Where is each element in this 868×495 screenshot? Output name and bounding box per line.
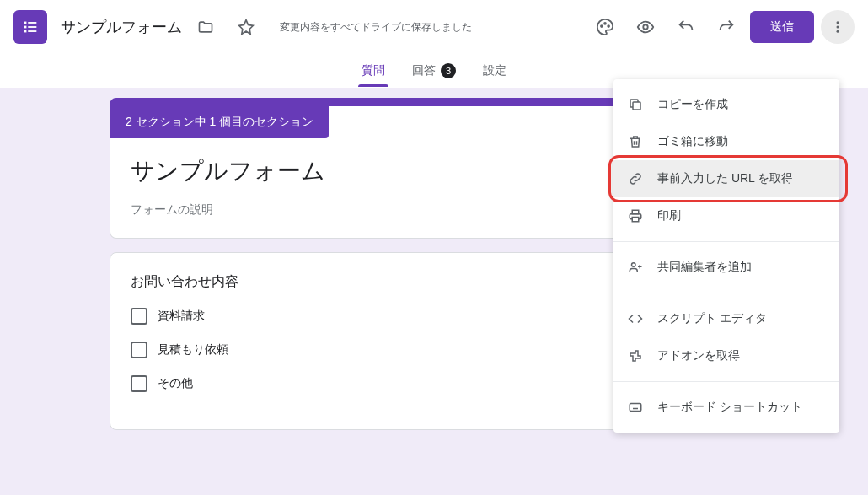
menu-divider: [613, 241, 839, 242]
star-icon[interactable]: [229, 10, 263, 44]
menu-item-copy[interactable]: コピーを作成: [613, 86, 839, 123]
svg-rect-4: [24, 30, 27, 33]
folder-icon[interactable]: [189, 10, 222, 44]
svg-rect-17: [630, 404, 641, 412]
menu-item-addons[interactable]: アドオンを取得: [613, 337, 839, 374]
svg-point-9: [643, 24, 648, 30]
link-icon: [627, 170, 644, 187]
svg-point-7: [604, 23, 606, 24]
menu-item-trash[interactable]: ゴミ箱に移動: [613, 123, 839, 160]
svg-point-10: [837, 21, 839, 24]
svg-rect-15: [632, 218, 639, 222]
svg-rect-5: [28, 30, 36, 32]
checkbox-icon: [131, 342, 147, 358]
svg-point-8: [608, 25, 609, 27]
checkbox-icon: [131, 375, 147, 392]
menu-item-print[interactable]: 印刷: [613, 197, 839, 234]
keyboard-icon: [627, 399, 644, 416]
menu-label: キーボード ショートカット: [657, 400, 802, 415]
group-add-icon: [627, 259, 644, 276]
copy-icon: [627, 96, 644, 113]
menu-label: アドオンを取得: [657, 348, 740, 363]
svg-point-12: [837, 30, 839, 33]
section-banner: 2 セクション中 1 個目のセクション: [110, 106, 329, 138]
checkbox-label: 資料請求: [158, 309, 205, 324]
addon-icon: [627, 347, 644, 364]
save-status: 変更内容をすべてドライブに保存しました: [280, 19, 472, 35]
menu-label: スクリプト エディタ: [657, 311, 767, 326]
menu-label: 事前入力した URL を取得: [657, 171, 793, 186]
send-button[interactable]: 送信: [750, 11, 814, 43]
menu-item-keyboard-shortcuts[interactable]: キーボード ショートカット: [613, 389, 839, 426]
print-icon: [627, 207, 644, 224]
svg-rect-2: [24, 26, 27, 29]
palette-icon[interactable]: [588, 10, 622, 44]
responses-count-badge: 3: [441, 63, 456, 78]
svg-point-6: [601, 25, 603, 27]
svg-rect-3: [28, 26, 36, 28]
tab-responses[interactable]: 回答 3: [409, 54, 459, 87]
tab-responses-label: 回答: [412, 63, 436, 78]
menu-item-script-editor[interactable]: スクリプト エディタ: [613, 300, 839, 337]
trash-icon: [627, 133, 644, 150]
svg-point-11: [837, 26, 839, 29]
menu-divider: [613, 381, 839, 382]
more-options-menu: コピーを作成 ゴミ箱に移動 事前入力した URL を取得 印刷 共同編集者を追加…: [613, 79, 839, 433]
code-icon: [627, 310, 644, 327]
redo-icon[interactable]: [710, 10, 743, 44]
checkbox-label: 見積もり依頼: [158, 342, 228, 358]
undo-icon[interactable]: [669, 10, 703, 44]
forms-logo-icon[interactable]: [13, 10, 47, 44]
checkbox-label: その他: [158, 376, 193, 391]
svg-rect-0: [24, 22, 27, 24]
menu-label: 印刷: [657, 208, 681, 223]
form-title[interactable]: サンプルフォーム: [61, 17, 182, 37]
menu-label: ゴミ箱に移動: [657, 134, 728, 149]
menu-item-collaborators[interactable]: 共同編集者を追加: [613, 249, 839, 286]
preview-icon[interactable]: [629, 10, 662, 44]
checkbox-icon: [131, 308, 147, 325]
more-options-button[interactable]: [821, 10, 855, 44]
menu-item-prefilled-url[interactable]: 事前入力した URL を取得: [613, 160, 839, 197]
tab-questions[interactable]: 質問: [358, 54, 388, 87]
menu-label: 共同編集者を追加: [657, 260, 752, 275]
svg-point-16: [632, 263, 636, 267]
svg-rect-14: [632, 210, 639, 214]
svg-rect-13: [633, 102, 640, 110]
header: サンプルフォーム 変更内容をすべてドライブに保存しました 送信: [0, 0, 868, 54]
menu-divider: [613, 293, 839, 293]
menu-label: コピーを作成: [657, 97, 728, 112]
tab-settings[interactable]: 設定: [480, 54, 510, 87]
svg-rect-1: [28, 22, 36, 24]
